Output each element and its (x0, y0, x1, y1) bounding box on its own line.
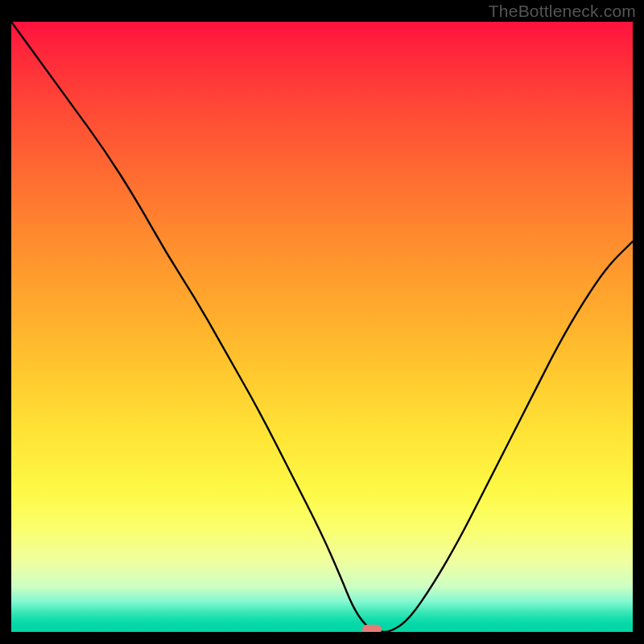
bottleneck-curve (11, 22, 633, 632)
watermark-text: TheBottleneck.com (489, 2, 636, 21)
plot-area (11, 22, 633, 632)
minimum-marker (362, 625, 382, 632)
chart-frame: TheBottleneck.com (0, 0, 644, 644)
curve-path (11, 22, 633, 632)
